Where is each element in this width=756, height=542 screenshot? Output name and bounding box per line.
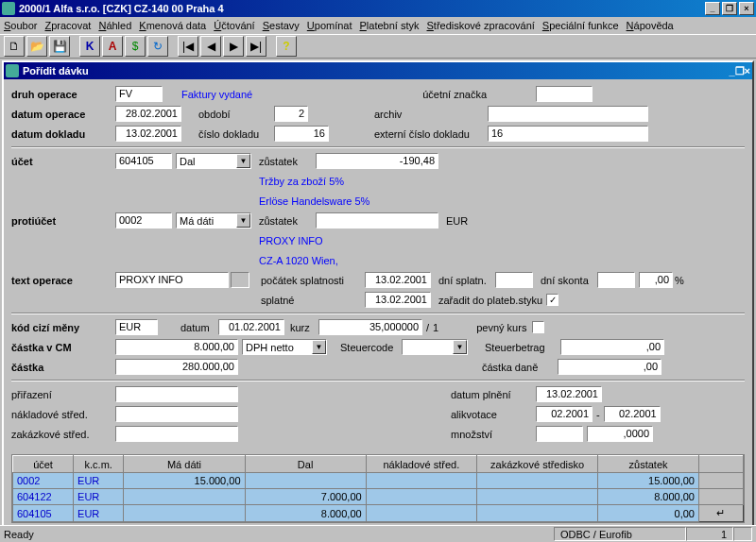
menu-upominat[interactable]: Upomínat	[307, 20, 352, 31]
table-row[interactable]: 0002EUR15.000,0015.000,00	[13, 473, 744, 489]
prev-icon[interactable]: ◀	[200, 36, 221, 57]
menu-specialni[interactable]: Speciální funkce	[542, 20, 619, 31]
externi-cislo-input[interactable]: 16	[488, 126, 648, 142]
steuerbetrag-input[interactable]: ,00	[560, 339, 664, 355]
chevron-down-icon[interactable]: ▼	[236, 154, 250, 168]
minimize-button[interactable]: _	[705, 2, 720, 15]
status-page: 1	[686, 527, 733, 541]
menu-uctovani[interactable]: Účtování	[214, 20, 254, 31]
subwin-icon	[6, 64, 19, 77]
ucetni-znacka-input[interactable]	[536, 86, 593, 102]
col-madati[interactable]: Má dáti	[124, 456, 245, 473]
chevron-down-icon[interactable]: ▼	[453, 340, 467, 354]
menu-platebni[interactable]: Platební styk	[360, 20, 420, 31]
castka-dane-input[interactable]: ,00	[558, 359, 662, 375]
label-mnozstvi: množství	[451, 429, 536, 440]
sub-titlebar: Pořídit dávku _ ❐ ×	[4, 62, 752, 79]
steuercode-select[interactable]: ▼	[402, 339, 468, 355]
nakladove-input[interactable]	[115, 406, 238, 422]
sub-maximize-button[interactable]: ❐	[735, 65, 745, 77]
label-zustatek-ucet: zůstatek	[259, 156, 316, 167]
label-obdobi: období	[198, 109, 274, 120]
menu-strediskove[interactable]: Střediskové zpracování	[427, 20, 535, 31]
table-row[interactable]: 604105EUR8.000,000,00↵	[13, 505, 744, 522]
kurz-input[interactable]: 35,000000	[318, 319, 422, 335]
dni-skonta-input[interactable]	[597, 272, 635, 288]
first-icon[interactable]: |◀	[178, 36, 198, 57]
save-icon[interactable]: 💾	[49, 36, 70, 57]
sub-close-button[interactable]: ×	[745, 65, 750, 76]
col-nakladove[interactable]: nákladové střed.	[366, 456, 476, 473]
mena-datum-input[interactable]: 01.02.2001	[218, 319, 284, 335]
new-icon[interactable]: 🗋	[4, 36, 25, 57]
chevron-down-icon[interactable]: ▼	[236, 213, 250, 228]
protiucet-zustatek-input[interactable]	[316, 212, 438, 229]
ucet-zustatek-input[interactable]: -190,48	[316, 153, 438, 169]
dni-splatn-input[interactable]	[495, 272, 533, 288]
bold-icon[interactable]: K	[79, 36, 100, 57]
label-pocatek-spl: počátek splatnosti	[261, 275, 365, 286]
alik-from-input[interactable]: 02.2001	[536, 406, 593, 422]
open-icon[interactable]: 📂	[26, 36, 47, 57]
label-nakladove: nákladové střed.	[11, 409, 115, 420]
ucet-desc2: Erlöse Handelsware 5%	[259, 195, 369, 207]
grid-header-row: účet k.c.m. Má dáti Dal nákladové střed.…	[13, 456, 744, 473]
zakazkove-input[interactable]	[115, 426, 238, 442]
alik-to-input[interactable]: 02.2001	[604, 406, 661, 422]
last-icon[interactable]: ▶|	[246, 36, 266, 57]
castka-input[interactable]: 280.000,00	[115, 359, 238, 375]
obdobi-input[interactable]: 2	[274, 106, 308, 122]
menu-nahled[interactable]: Náhled	[98, 20, 131, 31]
datum-plneni-input[interactable]: 13.02.2001	[536, 386, 602, 402]
col-dal[interactable]: Dal	[245, 456, 366, 473]
text-operace-input[interactable]: PROXY INFO	[115, 272, 229, 288]
chevron-down-icon[interactable]: ▼	[312, 340, 326, 354]
menu-soubor[interactable]: Soubor	[4, 20, 37, 31]
mnozstvi-input[interactable]	[536, 426, 583, 442]
refresh-icon[interactable]: ↻	[147, 36, 168, 57]
splatne-input[interactable]: 13.02.2001	[365, 292, 431, 308]
currency-icon[interactable]: $	[125, 36, 146, 57]
main-titlebar: 2000/1 Alfa s.r.o. [CZK] CZ-140 00 Praha…	[0, 0, 756, 17]
percent-label: %	[675, 275, 684, 286]
ucet-side-select[interactable]: Dal▼	[176, 153, 251, 169]
pevny-kurs-checkbox[interactable]	[532, 321, 544, 333]
mena-input[interactable]: EUR	[115, 319, 158, 335]
maximize-button[interactable]: ❐	[722, 2, 737, 15]
zaradit-checkbox[interactable]: ✓	[546, 294, 558, 306]
table-row[interactable]: 604122EUR7.000,008.000,00	[13, 489, 744, 505]
label-externi-cislo: externí číslo dokladu	[374, 128, 488, 140]
kurz-div-num: 1	[433, 322, 438, 333]
castka-cm-input[interactable]: 8.000,00	[115, 339, 238, 355]
col-zustatek[interactable]: zůstatek	[598, 456, 699, 473]
menu-zpracovat[interactable]: Zpracovat	[44, 20, 91, 31]
menubar: Soubor Zpracovat Náhled Kmenová data Účt…	[0, 17, 756, 34]
dph-select[interactable]: DPH netto▼	[242, 339, 327, 355]
archiv-input[interactable]	[488, 106, 648, 122]
menu-kmenova[interactable]: Kmenová data	[139, 20, 206, 31]
enter-button[interactable]: ↵	[698, 505, 743, 522]
protiucet-currency: EUR	[446, 215, 468, 227]
col-kcm[interactable]: k.c.m.	[74, 456, 124, 473]
datum-dokladu-input[interactable]: 13.02.2001	[115, 126, 181, 142]
next-icon[interactable]: ▶	[223, 36, 244, 57]
lookup-button[interactable]	[231, 272, 249, 288]
close-button[interactable]: ×	[739, 2, 754, 15]
menu-napoveda[interactable]: Nápověda	[627, 20, 674, 31]
col-ucet[interactable]: účet	[13, 456, 74, 473]
help-icon[interactable]: ?	[276, 36, 297, 57]
skonta-pct-input[interactable]: ,00	[639, 272, 673, 288]
col-zakazkove[interactable]: zakázkové středisko	[477, 456, 598, 473]
datum-operace-input[interactable]: 28.02.2001	[115, 106, 181, 122]
prirazeni-input[interactable]	[115, 386, 238, 402]
druh-operace-input[interactable]: FV	[115, 86, 163, 102]
menu-sestavy[interactable]: Sestavy	[263, 20, 300, 31]
protiucet-side-select[interactable]: Má dáti▼	[176, 212, 251, 229]
mnozstvi-val-input[interactable]: ,0000	[587, 426, 653, 442]
ucet-input[interactable]: 604105	[115, 153, 172, 169]
pocatek-spl-input[interactable]: 13.02.2001	[365, 272, 431, 288]
font-icon[interactable]: A	[102, 36, 123, 57]
toolbar: 🗋 📂 💾 K A $ ↻ |◀ ◀ ▶ ▶| ?	[0, 34, 756, 59]
cislo-dokladu-input[interactable]: 16	[274, 126, 329, 142]
protiucet-input[interactable]: 0002	[115, 212, 172, 229]
